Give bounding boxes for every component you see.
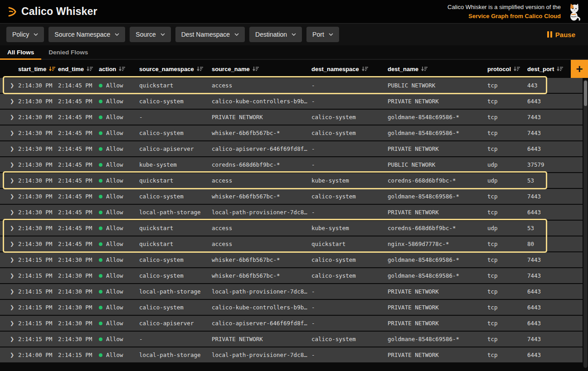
allow-status-dot-icon (99, 147, 102, 151)
calico-whisker-logo-icon (7, 5, 19, 19)
cell-dest_port: 6443 (527, 304, 583, 311)
sort-icon[interactable] (362, 66, 369, 72)
cell-dest_name: PRIVATE NETWORK (388, 145, 487, 152)
cell-source_name: calico-apiserver-646f69fd8f… (212, 145, 311, 152)
filter-port[interactable]: Port (306, 27, 339, 42)
cell-dest_namespace: calico-system (311, 272, 388, 279)
cell-dest_port: 7443 (527, 193, 583, 200)
cell-end_time: 2:14:45 PM (58, 241, 99, 247)
table-row[interactable]: ❯2:14:00 PM2:14:15 PMAllowlocal-path-sto… (0, 347, 583, 362)
cell-dest_namespace: calico-system (311, 336, 388, 342)
row-expand-chevron-icon[interactable]: ❯ (0, 193, 18, 199)
row-expand-chevron-icon[interactable]: ❯ (0, 241, 18, 247)
cell-protocol: udp (487, 177, 527, 184)
cell-action: Allow (99, 304, 139, 311)
column-label: action (99, 66, 116, 72)
cell-end_time: 2:14:30 PM (58, 336, 99, 342)
cell-dest_name: goldmane-8548c69586-* (388, 114, 487, 120)
action-label: Allow (106, 177, 123, 184)
cell-dest_name: nginx-5869d7778c-* (388, 241, 487, 247)
table-row[interactable]: ❯2:14:30 PM2:14:45 PMAllow-PRIVATE NETWO… (0, 110, 583, 125)
column-header-action[interactable]: action (99, 66, 139, 72)
action-label: Allow (106, 241, 123, 247)
sort-icon[interactable] (253, 66, 259, 72)
row-expand-chevron-icon[interactable]: ❯ (0, 98, 18, 104)
row-expand-chevron-icon[interactable]: ❯ (0, 352, 18, 358)
service-graph-link[interactable]: Service Graph from Calico Cloud (468, 13, 561, 19)
cell-source_name: whisker-6b6fb567bc-* (212, 272, 311, 279)
table-row[interactable]: ❯2:14:30 PM2:14:45 PMAllowquickstartacce… (0, 78, 583, 93)
sort-icon[interactable] (557, 66, 564, 72)
cell-action: Allow (99, 161, 139, 168)
cell-end_time: 2:14:45 PM (58, 82, 99, 89)
column-header-source_namespace[interactable]: source_namespace (139, 66, 212, 72)
row-expand-chevron-icon[interactable]: ❯ (0, 320, 18, 326)
column-header-source_name[interactable]: source_name (212, 66, 311, 72)
cell-start_time: 2:14:30 PM (18, 98, 58, 105)
tab-all-flows[interactable]: All Flows (0, 45, 41, 60)
table-row[interactable]: ❯2:14:15 PM2:14:30 PMAllowcalico-systemw… (0, 252, 583, 267)
cell-dest_namespace: calico-system (311, 114, 388, 120)
table-row[interactable]: ❯2:14:30 PM2:14:45 PMAllowquickstartacce… (0, 173, 583, 188)
vertical-scrollbar[interactable] (583, 80, 588, 368)
table-row[interactable]: ❯2:14:30 PM2:14:45 PMAllowcalico-apiserv… (0, 141, 583, 156)
filter-source[interactable]: Source (130, 27, 170, 42)
sort-icon[interactable] (87, 66, 93, 72)
row-expand-chevron-icon[interactable]: ❯ (0, 225, 18, 231)
row-expand-chevron-icon[interactable]: ❯ (0, 289, 18, 294)
cell-source_namespace: calico-apiserver (139, 145, 212, 152)
row-expand-chevron-icon[interactable]: ❯ (0, 304, 18, 310)
table-row[interactable]: ❯2:14:15 PM2:14:30 PMAllowcalico-apiserv… (0, 316, 583, 331)
row-expand-chevron-icon[interactable]: ❯ (0, 114, 18, 120)
table-row[interactable]: ❯2:14:15 PM2:14:30 PMAllow-PRIVATE NETWO… (0, 332, 583, 347)
table-row[interactable]: ❯2:14:30 PM2:14:45 PMAllowcalico-systemw… (0, 125, 583, 140)
table-row[interactable]: ❯2:14:30 PM2:14:45 PMAllowlocal-path-sto… (0, 205, 583, 220)
column-header-protocol[interactable]: protocol (487, 66, 527, 72)
cell-source_name: access (212, 82, 311, 89)
column-header-start_time[interactable]: start_time (18, 66, 58, 72)
column-header-dest_name[interactable]: dest_name (388, 66, 487, 72)
table-row[interactable]: ❯2:14:15 PM2:14:30 PMAllowlocal-path-sto… (0, 284, 583, 299)
cell-dest_name: PRIVATE NETWORK (388, 98, 487, 105)
cell-dest_port: 6443 (527, 320, 583, 327)
cell-dest_port: 53 (527, 177, 583, 184)
table-row[interactable]: ❯2:14:30 PM2:14:45 PMAllowquickstartacce… (0, 236, 583, 251)
scrollbar-thumb[interactable] (584, 81, 587, 106)
tab-denied-flows[interactable]: Denied Flows (41, 45, 95, 60)
row-expand-chevron-icon[interactable]: ❯ (0, 162, 18, 168)
table-row[interactable]: ❯2:14:30 PM2:14:45 PMAllowcalico-systemc… (0, 94, 583, 109)
row-expand-chevron-icon[interactable]: ❯ (0, 273, 18, 279)
cell-source_name: calico-apiserver-646f69fd8f… (212, 320, 311, 327)
table-row[interactable]: ❯2:14:30 PM2:14:45 PMAllowcalico-systemw… (0, 189, 583, 204)
table-row[interactable]: ❯2:14:30 PM2:14:45 PMAllowkube-systemcor… (0, 157, 583, 172)
row-expand-chevron-icon[interactable]: ❯ (0, 257, 18, 263)
row-expand-chevron-icon[interactable]: ❯ (0, 209, 18, 215)
row-expand-chevron-icon[interactable]: ❯ (0, 130, 18, 136)
pause-button[interactable]: Pause (544, 30, 582, 39)
table-row[interactable]: ❯2:14:15 PM2:14:30 PMAllowcalico-systemc… (0, 300, 583, 315)
cell-dest_name: PRIVATE NETWORK (388, 320, 487, 327)
cell-protocol: tcp (487, 288, 527, 295)
cell-source_name: access (212, 241, 311, 247)
table-row[interactable]: ❯2:14:15 PM2:14:30 PMAllowcalico-systemw… (0, 268, 583, 283)
sort-icon[interactable] (421, 66, 428, 72)
filter-destination[interactable]: Destination (249, 27, 302, 42)
add-column-button[interactable]: + (571, 60, 588, 78)
filter-dest-namespace[interactable]: Dest Namespace (175, 27, 245, 42)
row-expand-chevron-icon[interactable]: ❯ (0, 336, 18, 342)
row-expand-chevron-icon[interactable]: ❯ (0, 82, 18, 88)
cell-dest_port: 37579 (527, 161, 583, 168)
row-expand-chevron-icon[interactable]: ❯ (0, 178, 18, 183)
row-expand-chevron-icon[interactable]: ❯ (0, 146, 18, 152)
sort-icon[interactable] (119, 66, 126, 72)
column-header-dest_namespace[interactable]: dest_namespace (311, 66, 388, 72)
filter-source-namespace[interactable]: Source Namespace (49, 27, 125, 42)
filter-policy[interactable]: Policy (6, 27, 44, 42)
cell-start_time: 2:14:15 PM (18, 272, 58, 279)
cell-source_namespace: calico-system (139, 256, 212, 263)
table-row[interactable]: ❯2:14:30 PM2:14:45 PMAllowquickstartacce… (0, 221, 583, 236)
sort-icon[interactable] (197, 66, 204, 72)
sort-icon[interactable] (514, 66, 520, 72)
sort-icon[interactable] (49, 66, 56, 72)
column-header-end_time[interactable]: end_time (58, 66, 99, 72)
